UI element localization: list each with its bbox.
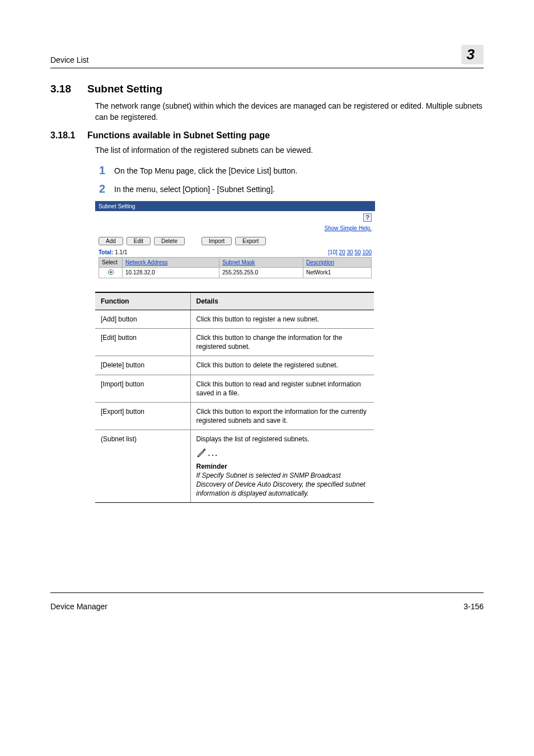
header-device-list: Device List: [50, 55, 88, 64]
col-details: Details: [190, 292, 374, 310]
function-name: [Import] button: [95, 375, 190, 402]
subsection-heading: 3.18.1 Functions available in Subnet Set…: [50, 130, 484, 141]
show-simple-help-link[interactable]: Show Simple Help.: [95, 224, 375, 236]
subnet-list-table: Select Network Address Subnet Mask Descr…: [99, 257, 372, 278]
table-row: 10.128.32.0 255.255.255.0 NetWork1: [99, 267, 372, 278]
page-footer: Device Manager 3-156: [50, 592, 484, 611]
function-name: [Edit] button: [95, 328, 190, 356]
edit-button[interactable]: Edit: [127, 237, 151, 245]
window-titlebar: Subnet Setting: [95, 202, 375, 211]
note-dots: ...: [208, 450, 219, 458]
function-name: [Add] button: [95, 310, 190, 328]
section-title: Subnet Setting: [87, 83, 162, 95]
footer-page-number: 3-156: [463, 602, 484, 611]
step-number: 2: [95, 183, 105, 195]
cell-description: NetWork1: [303, 267, 371, 278]
col-function: Function: [95, 292, 190, 310]
note-icon: [196, 448, 207, 460]
function-name: [Export] button: [95, 402, 190, 430]
function-detail: Click this button to delete the register…: [190, 356, 374, 375]
total-label: Total:: [99, 249, 113, 255]
col-subnet-mask[interactable]: Subnet Mask: [219, 257, 303, 267]
reminder-text: If Specify Subnet is selected in SNMP Br…: [196, 471, 369, 498]
subnet-list-desc: Displays the list of registered subnets.: [196, 435, 310, 443]
subsection-title: Functions available in Subnet Setting pa…: [87, 130, 270, 141]
pager-current: [10]: [328, 249, 338, 255]
table-row: [Import] button Click this button to rea…: [95, 375, 374, 402]
cell-subnet-mask: 255.255.255.0: [219, 267, 303, 278]
function-detail: Click this button to register a new subn…: [190, 310, 374, 328]
col-description[interactable]: Description: [303, 257, 371, 267]
import-button[interactable]: Import: [202, 237, 232, 245]
subnet-setting-screenshot: Subnet Setting ? Show Simple Help. Add E…: [95, 201, 375, 278]
table-row: [Export] button Click this button to exp…: [95, 402, 374, 430]
step-text: On the Top Menu page, click the [Device …: [114, 164, 297, 177]
total-value: 1.1/1: [115, 249, 127, 255]
table-row: (Subnet list) Displays the list of regis…: [95, 430, 374, 503]
function-detail: Click this button to export the informat…: [190, 402, 374, 430]
step-number: 1: [95, 164, 105, 177]
section-intro: The network range (subnet) within which …: [95, 101, 484, 123]
subsection-intro: The list of information of the registere…: [95, 145, 484, 156]
pager-link[interactable]: 50: [354, 249, 360, 255]
section-heading: 3.18 Subnet Setting: [50, 83, 484, 95]
chapter-number: 3: [461, 45, 484, 64]
cell-network-address: 10.128.32.0: [123, 267, 219, 278]
subsection-number: 3.18.1: [50, 130, 79, 141]
step-row: 1 On the Top Menu page, click the [Devic…: [95, 164, 484, 177]
reminder-title: Reminder: [196, 462, 369, 471]
page-header: Device List 3: [50, 45, 484, 68]
function-detail: Click this button to read and register s…: [190, 375, 374, 402]
step-text: In the menu, select [Option] - [Subnet S…: [114, 183, 275, 195]
pager-link[interactable]: 30: [347, 249, 353, 255]
page-size-pager: [10] 20 30 50 100: [328, 249, 372, 255]
col-select: Select: [99, 257, 123, 267]
help-icon[interactable]: ?: [363, 213, 372, 222]
table-row: [Add] button Click this button to regist…: [95, 310, 374, 328]
step-row: 2 In the menu, select [Option] - [Subnet…: [95, 183, 484, 195]
footer-left: Device Manager: [50, 602, 107, 611]
functions-table: Function Details [Add] button Click this…: [95, 292, 374, 503]
function-detail: Displays the list of registered subnets.…: [190, 430, 374, 503]
export-button[interactable]: Export: [235, 237, 266, 245]
pager-link[interactable]: 100: [362, 249, 372, 255]
add-button[interactable]: Add: [99, 237, 123, 245]
function-name: (Subnet list): [95, 430, 190, 503]
col-network-address[interactable]: Network Address: [123, 257, 219, 267]
table-row: [Delete] button Click this button to del…: [95, 356, 374, 375]
row-select-radio[interactable]: [108, 269, 114, 275]
pager-link[interactable]: 20: [339, 249, 345, 255]
table-row: [Edit] button Click this button to chang…: [95, 328, 374, 356]
function-name: [Delete] button: [95, 356, 190, 375]
function-detail: Click this button to change the informat…: [190, 328, 374, 356]
delete-button[interactable]: Delete: [154, 237, 185, 245]
section-number: 3.18: [50, 83, 76, 95]
